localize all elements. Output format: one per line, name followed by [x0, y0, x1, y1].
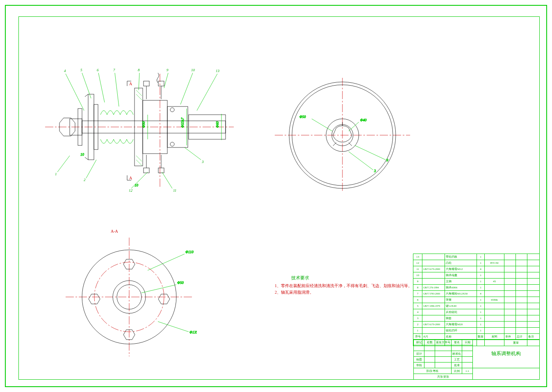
main-view: A A 4 5 6 7 8 9 10 13 1 2 12 11 3 Φ55h7 …: [45, 66, 238, 201]
svg-text:11: 11: [173, 188, 176, 193]
svg-point-20: [170, 142, 174, 146]
notes-line-1: 1、零件在装配前应经清洗和清洗干净，不得有毛刺、飞边、划痕和油污等。: [275, 283, 412, 289]
svg-line-29: [139, 73, 139, 90]
svg-line-65: [312, 119, 332, 131]
svg-text:Φ50: Φ50: [177, 281, 184, 285]
svg-text:6: 6: [97, 68, 99, 72]
section-mark-bot: A: [129, 176, 132, 180]
svg-text:12: 12: [129, 188, 133, 193]
svg-text:2: 2: [84, 178, 86, 182]
svg-text:3: 3: [374, 169, 376, 173]
svg-text:Φ135: Φ135: [189, 330, 197, 334]
bom-row: 7GB/T 5783-2000六角螺栓M12X504: [413, 291, 540, 297]
svg-text:9: 9: [386, 158, 388, 162]
svg-line-31: [180, 73, 193, 104]
svg-text:10: 10: [135, 183, 139, 187]
svg-line-35: [131, 172, 148, 188]
section-label: A-A: [111, 229, 119, 233]
svg-text:Φ50: Φ50: [299, 115, 306, 119]
svg-text:13: 13: [216, 69, 220, 73]
notes-line-2: 2、轴瓦采用脂润滑。: [275, 289, 412, 296]
bom-row: 11GB/T 6170-2000六角螺母M124: [413, 266, 540, 272]
bom-row: 6弹簧165Mn: [413, 297, 540, 303]
bom-row: 9主轴145: [413, 279, 540, 285]
svg-line-26: [82, 73, 91, 98]
svg-text:Φ55h7: Φ55h7: [180, 118, 185, 128]
svg-rect-13: [158, 81, 164, 86]
title-block: 标记处数更改文件号签名日期轴系调整机构 设计标准化 绘图工艺 审核批准 阶段 考…: [413, 339, 540, 380]
svg-text:Φ110: Φ110: [185, 250, 194, 254]
svg-line-28: [115, 73, 119, 106]
svg-line-25: [66, 74, 84, 111]
svg-rect-11: [144, 81, 149, 86]
svg-line-33: [57, 156, 70, 172]
svg-line-32: [197, 74, 217, 111]
bom-row: 5GB/T 1096-1979键12X401: [413, 303, 540, 309]
svg-line-71: [349, 152, 373, 170]
bom-row: 3轴套1: [413, 315, 540, 322]
svg-line-34: [86, 160, 96, 178]
bom-row: 2GB/T 6170-2000六角螺母M201: [413, 322, 540, 328]
bom-row: 1链轮挡环1: [413, 328, 540, 334]
svg-rect-15: [144, 168, 149, 173]
svg-text:7: 7: [113, 68, 115, 72]
svg-text:10: 10: [80, 152, 84, 156]
svg-text:Φ40: Φ40: [360, 118, 367, 122]
bom-row: 13带轮挡板1: [413, 254, 540, 260]
bom-row: 4从动链轮1: [413, 309, 540, 315]
svg-text:9: 9: [167, 68, 169, 72]
notes-title: 技术要求: [291, 274, 412, 281]
section-aa-view: A-A Φ110 Φ50 Φ135: [62, 225, 197, 360]
bom-table: 13带轮挡板112凸轮1HT15011GB/T 6170-2000六角螺母M12…: [413, 254, 540, 346]
bom-row: 12凸轮1HT150: [413, 260, 540, 266]
svg-text:1: 1: [55, 172, 57, 176]
technical-notes: 技术要求 1、零件在装配前应经清洗和清洗干净，不得有毛刺、飞边、划痕和油污等。 …: [275, 274, 412, 296]
svg-text:Φ60: Φ60: [215, 121, 219, 128]
drawing-sheet: A A 4 5 6 7 8 9 10 13 1 2 12 11 3 Φ55h7 …: [0, 0, 552, 392]
right-view: Φ50 Φ40 9 3: [275, 74, 410, 197]
svg-line-81: [141, 285, 176, 293]
svg-text:10: 10: [191, 68, 195, 72]
svg-text:8: 8: [138, 68, 140, 72]
svg-line-36: [162, 172, 172, 188]
bom-row: 8GB/T 276-1994轴承60061: [413, 285, 540, 291]
svg-point-19: [170, 108, 174, 112]
svg-line-27: [98, 73, 105, 102]
svg-text:5: 5: [80, 68, 82, 72]
svg-text:Φ50: Φ50: [141, 121, 146, 128]
svg-line-69: [355, 145, 385, 160]
svg-line-37: [185, 147, 201, 160]
svg-rect-17: [158, 168, 164, 173]
svg-text:4: 4: [64, 69, 66, 73]
svg-text:3: 3: [201, 160, 204, 164]
section-mark-top: A: [129, 82, 132, 86]
bom-row: 10轴承端盖1: [413, 272, 540, 279]
svg-line-30: [164, 73, 168, 88]
